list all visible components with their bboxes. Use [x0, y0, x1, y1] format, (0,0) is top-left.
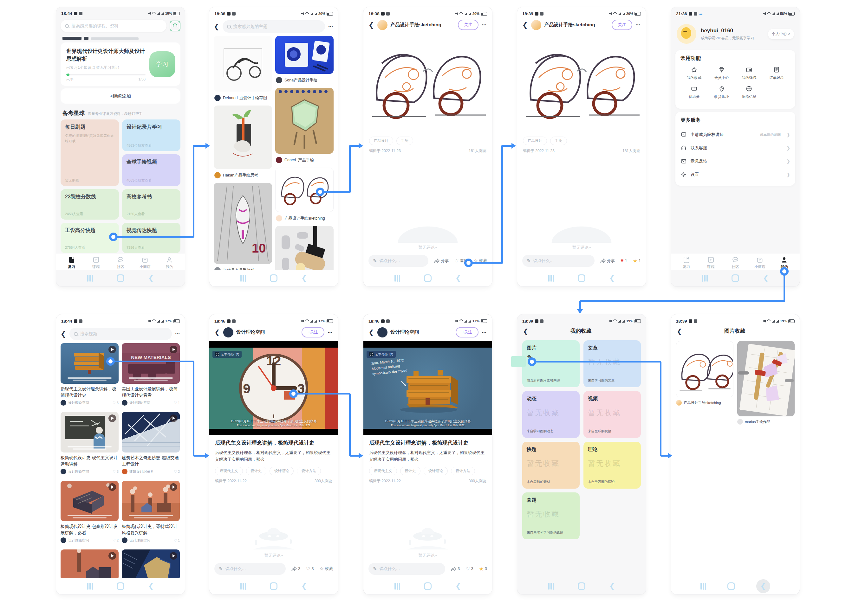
thumbnail-motorcycle-sketch[interactable] — [214, 36, 272, 92]
quick-shipping-address[interactable]: 收货地址 — [708, 85, 736, 99]
like-button-active[interactable]: ♥1 — [621, 258, 627, 264]
tag-pill[interactable]: 产品设计 — [523, 136, 547, 145]
video-card[interactable]: 建筑艺术之奇思妙想-超级交通工程设计 建筑设计纪录片♡2 — [122, 412, 180, 478]
tab-review[interactable]: 复习 — [674, 256, 699, 269]
tag-pill[interactable]: 设计理论 — [424, 467, 448, 475]
thumbnail-hand-plant-sketch[interactable] — [214, 106, 272, 169]
study-button[interactable]: 学习 — [149, 51, 175, 77]
course-card[interactable]: 世界现代设计史设计师大师及设计思想解析 已复习1个知识点 暂无学习笔记 已学1/… — [60, 43, 180, 86]
thumbnail-racecar-sketch[interactable]: 10 — [214, 183, 272, 264]
tag-pill[interactable]: 设计史 — [400, 467, 421, 475]
video-thumb-blackboard[interactable] — [60, 412, 119, 453]
thumbnail-lamp-photo[interactable] — [275, 226, 334, 270]
recents-icon[interactable] — [548, 275, 554, 282]
back-button[interactable]: ❮ — [368, 329, 374, 336]
fav-card-sketches[interactable]: 快题 暂无收藏 来自星球的素材 — [522, 442, 580, 488]
result-caption[interactable]: 产品设计手绘sketching — [275, 214, 334, 223]
card-daily-quiz[interactable]: 每日刷题 免费的海量理论真题题库等你来练习哦~ 暂无刷题 — [60, 119, 119, 186]
tag-pill[interactable]: 设计理论 — [269, 467, 294, 475]
share-button[interactable]: 3 — [451, 566, 460, 571]
back-icon[interactable]: ❮ — [301, 274, 307, 282]
share-button[interactable]: 分享 — [600, 258, 615, 264]
home-icon[interactable] — [578, 274, 586, 282]
search-input[interactable]: 搜索视频 — [69, 328, 172, 340]
tag-pill[interactable]: 设计方法 — [451, 467, 475, 475]
back-icon[interactable]: ❮ — [455, 274, 461, 282]
quick-order-history[interactable]: 订单记录 — [763, 66, 790, 80]
tab-me[interactable]: 我的 — [157, 256, 182, 269]
result-caption[interactable]: Sona产品设计手绘 — [275, 76, 334, 85]
comment-input[interactable]: ✎说点什么… — [214, 563, 286, 575]
tab-courses[interactable]: 课程 — [699, 256, 723, 269]
back-button[interactable]: ❮ — [60, 330, 66, 337]
recents-icon[interactable] — [240, 583, 246, 590]
home-icon[interactable] — [578, 582, 586, 590]
tag-pill[interactable]: 设计方法 — [297, 467, 321, 475]
card-visual-design[interactable]: 视觉传达快题 7386人查看 — [122, 223, 180, 253]
service-settings[interactable]: 设置❯ — [680, 168, 790, 181]
card-sketch-videos[interactable]: 全球手绘视频 4863位研友查看 — [122, 154, 180, 186]
service-apply-lecturer[interactable]: 申请成为院校讲师 超丰厚的课酬❯ — [680, 128, 790, 141]
home-icon[interactable] — [731, 274, 739, 282]
back-button[interactable]: ❮ — [523, 328, 528, 334]
tag-pill[interactable]: 手绘 — [550, 136, 567, 145]
fav-image-item[interactable]: marius手绘作品 — [737, 341, 795, 425]
back-button[interactable]: ❮ — [368, 22, 374, 28]
home-icon[interactable] — [424, 274, 431, 282]
more-menu-icon[interactable]: ⋯ — [482, 22, 487, 28]
result-caption[interactable]: Delano工业设计手绘草图 — [214, 94, 272, 103]
video-card[interactable]: 后现代主义设计理念讲解，极简现代设计史 设计理论空间♡3 — [60, 343, 119, 409]
collect-button-active[interactable]: ★1 — [633, 258, 641, 264]
thumbnail-concept-car-sketch[interactable] — [275, 168, 334, 212]
back-icon[interactable]: ❮ — [455, 582, 461, 590]
video-card[interactable]: NEW MATERIALS 美国工业设计发展讲解，极简现代设计史看看 设计理论空… — [122, 343, 180, 409]
tab-community[interactable]: 社区 — [723, 256, 747, 269]
tab-review[interactable]: 复习 — [59, 256, 84, 269]
like-button[interactable]: ♡3 — [465, 566, 473, 572]
post-image-car-sketch[interactable] — [517, 33, 646, 128]
post-image-car-sketch[interactable] — [363, 33, 492, 128]
home-icon[interactable] — [117, 274, 124, 282]
back-icon[interactable]: ❮ — [609, 274, 615, 282]
video-thumb-partial[interactable] — [122, 550, 180, 578]
follow-button[interactable]: +关注 — [302, 327, 324, 337]
card-reference-books[interactable]: 高校参考书 2150人查看 — [122, 189, 180, 220]
video-player[interactable]: 艺术与设计史 3pm, March 16, 1972Modernist buil… — [363, 341, 492, 435]
fav-card-posts[interactable]: 动态 暂无收藏 来自学习圈的动态 — [522, 391, 580, 438]
home-icon[interactable] — [270, 582, 277, 590]
result-caption[interactable]: 超精品产品手绘稿 — [214, 267, 272, 270]
tag-pill[interactable]: 产品设计 — [369, 136, 393, 145]
tag-pill[interactable]: 手绘 — [396, 136, 413, 145]
follow-button[interactable]: 关注 — [612, 20, 632, 30]
fav-image-item[interactable]: 产品设计手绘sketching — [676, 341, 733, 406]
follow-button[interactable]: +关注 — [456, 327, 478, 337]
thumbnail-chair-sketch[interactable] — [275, 88, 334, 154]
quick-my-wallet[interactable]: 我的钱包 — [735, 66, 763, 80]
video-card-partial[interactable] — [60, 550, 119, 578]
tab-shop[interactable]: 小商店 — [748, 256, 772, 269]
result-caption[interactable]: Hakan产品手绘思考 — [214, 172, 272, 180]
user-avatar[interactable] — [677, 24, 696, 44]
video-thumb-materials[interactable]: NEW MATERIALS — [122, 343, 180, 384]
back-button[interactable]: ❮ — [214, 23, 219, 30]
back-icon[interactable]: ❮ — [301, 582, 307, 590]
recents-icon[interactable] — [702, 275, 708, 282]
comment-input[interactable]: ✎说点什么… — [368, 255, 428, 267]
more-menu-icon[interactable]: ⋯ — [328, 24, 334, 29]
video-thumb-truss[interactable] — [122, 412, 180, 453]
fav-card-theory[interactable]: 理论 暂无收藏 来自学习圈的理论 — [583, 442, 641, 488]
add-plan-button[interactable]: +继续添加 — [60, 88, 180, 104]
video-thumb-factory[interactable] — [122, 481, 180, 521]
home-icon[interactable] — [424, 582, 431, 590]
collect-button-active[interactable]: ★3 — [479, 566, 487, 572]
comment-input[interactable]: ✎说点什么… — [522, 255, 594, 267]
tab-shop[interactable]: 小商店 — [133, 256, 157, 269]
more-menu-icon[interactable]: ⋯ — [175, 331, 180, 337]
home-icon[interactable] — [117, 582, 124, 590]
back-icon[interactable]: ❮ — [609, 582, 615, 590]
tag-pill[interactable]: 后现代主义 — [369, 467, 397, 475]
recents-icon[interactable] — [394, 583, 400, 590]
home-icon[interactable] — [727, 582, 735, 590]
recents-icon[interactable] — [394, 275, 400, 282]
quick-coupons[interactable]: 优惠券 — [680, 85, 708, 99]
